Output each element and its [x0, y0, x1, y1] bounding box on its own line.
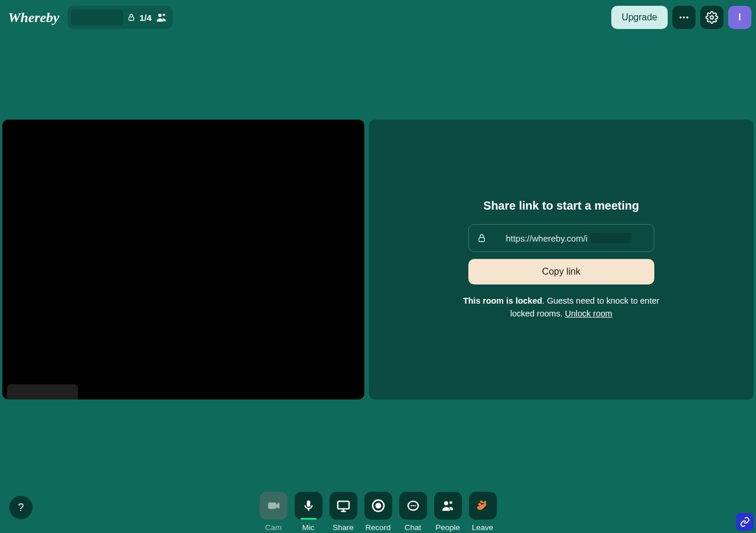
room-link-text: https://whereby.com/i	[492, 233, 646, 243]
svg-rect-7	[479, 238, 484, 242]
svg-point-3	[680, 16, 682, 18]
svg-point-2	[163, 13, 165, 16]
lock-icon	[477, 233, 486, 243]
record-button[interactable]: Record	[364, 492, 392, 532]
mic-button[interactable]: Mic	[295, 492, 323, 532]
settings-button[interactable]	[700, 6, 723, 29]
room-link-box[interactable]: https://whereby.com/i	[468, 224, 654, 252]
svg-rect-8	[268, 503, 276, 509]
screen-share-icon	[336, 498, 351, 513]
svg-rect-9	[307, 500, 310, 507]
svg-point-1	[158, 13, 162, 17]
extension-widget[interactable]	[736, 513, 754, 531]
avatar[interactable]: I	[728, 6, 751, 29]
svg-point-4	[683, 16, 685, 18]
tool-label: Cam	[265, 523, 282, 532]
upgrade-button[interactable]: Upgrade	[611, 6, 668, 29]
people-icon	[155, 11, 168, 24]
copy-link-button[interactable]: Copy link	[468, 259, 654, 284]
svg-point-17	[449, 501, 452, 504]
camera-icon	[266, 498, 281, 513]
link-icon	[740, 517, 750, 527]
unlock-room-link[interactable]: Unlock room	[565, 309, 612, 318]
record-icon	[371, 498, 386, 513]
chat-icon	[406, 498, 421, 513]
svg-point-15	[376, 503, 381, 508]
svg-point-5	[686, 16, 688, 18]
tool-label: Chat	[404, 523, 421, 532]
svg-rect-0	[129, 17, 134, 20]
header: Whereby 1/4 Upgrade I	[0, 5, 756, 30]
tool-label: Mic	[302, 523, 314, 532]
cam-button[interactable]: Cam	[260, 492, 288, 532]
share-panel: Share link to start a meeting https://wh…	[369, 120, 754, 399]
people-icon	[440, 498, 456, 513]
brand-logo[interactable]: Whereby	[8, 10, 59, 26]
svg-point-16	[444, 501, 448, 505]
room-name	[71, 9, 123, 26]
participant-count: 1/4	[139, 13, 152, 23]
locked-room-text: This room is locked. Guests need to knoc…	[463, 295, 660, 319]
leave-button[interactable]: Leave	[469, 492, 497, 532]
tool-label: People	[435, 523, 460, 532]
microphone-icon	[302, 499, 316, 513]
more-horizontal-icon	[678, 12, 690, 23]
tool-label: Leave	[472, 523, 493, 532]
toolbar: Cam Mic Share Record Chat People	[260, 492, 497, 532]
tool-label: Record	[366, 523, 391, 532]
tool-label: Share	[332, 523, 353, 532]
self-video[interactable]	[2, 120, 364, 399]
help-button[interactable]: ?	[9, 496, 33, 519]
svg-rect-11	[338, 501, 349, 509]
people-button[interactable]: People	[434, 492, 462, 532]
more-button[interactable]	[672, 6, 696, 29]
participant-name-badge	[7, 384, 78, 399]
room-info-pill[interactable]: 1/4	[67, 6, 173, 29]
wave-icon	[475, 498, 490, 513]
header-right: Upgrade I	[611, 6, 751, 29]
svg-point-6	[710, 16, 714, 19]
share-button[interactable]: Share	[329, 492, 357, 532]
main-panels: Share link to start a meeting https://wh…	[2, 120, 754, 399]
lock-icon	[127, 13, 136, 22]
gear-icon	[705, 11, 718, 24]
share-title: Share link to start a meeting	[483, 199, 639, 213]
chat-button[interactable]: Chat	[399, 492, 427, 532]
